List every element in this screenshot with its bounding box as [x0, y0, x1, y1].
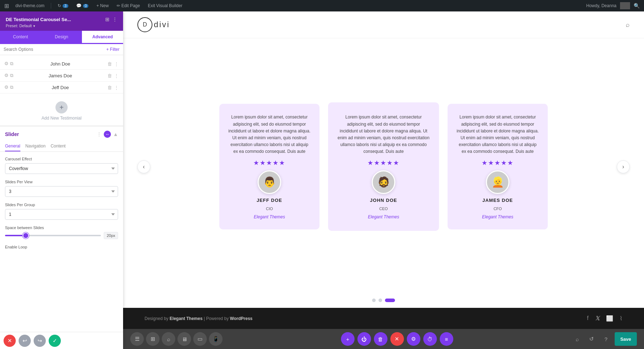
dot-1[interactable] [372, 299, 376, 302]
vb-help-button[interactable]: ? [600, 333, 612, 345]
preset-text: Preset: Default [6, 24, 32, 28]
vb-close-button[interactable]: ✕ [390, 332, 404, 346]
card-text-james: Lorem ipsum dolor sit amet, consectetur … [456, 114, 539, 155]
carousel-next-button[interactable]: › [617, 160, 630, 173]
slider-header-icons: ⋮ ↔ ▲ [97, 131, 118, 138]
edit-page-item[interactable]: ✏ Edit Page [115, 3, 141, 8]
slides-per-group-label: Slides Per Group [5, 203, 118, 207]
list-item[interactable]: ⚙ ⧉ John Doe 🗑 ⋮ [0, 58, 123, 70]
vb-layers-button[interactable]: ≡ [440, 332, 453, 346]
vb-settings-button[interactable]: ⚙ [407, 332, 420, 346]
search-input[interactable] [4, 47, 103, 52]
carousel-container: ‹ Lorem ipsum dolor sit amet, consectetu… [123, 38, 644, 295]
item-icons-1: ⚙ ⧉ [4, 61, 13, 67]
vb-trash-button[interactable]: 🗑 [374, 332, 387, 346]
slider-more-icon[interactable]: ⋮ [97, 131, 102, 137]
gear-icon-2[interactable]: ⚙ [4, 73, 9, 78]
dot-2[interactable] [379, 299, 382, 302]
exit-vb-item[interactable]: Exit Visual Builder [146, 3, 184, 8]
vb-menu-button[interactable]: ☰ [130, 332, 144, 346]
more-icon-1[interactable]: ⋮ [114, 61, 119, 67]
list-item[interactable]: ⚙ ⧉ James Doe 🗑 ⋮ [0, 70, 123, 82]
tab-design[interactable]: Design [41, 31, 82, 44]
updates-item[interactable]: ↻ 3 [56, 3, 70, 8]
slider-header[interactable]: Slider ⋮ ↔ ▲ [0, 126, 123, 141]
vb-search-button[interactable]: ⌕ [162, 332, 175, 346]
item-icons-2: ⚙ ⧉ [4, 73, 13, 78]
delete-icon-1[interactable]: 🗑 [107, 61, 112, 67]
copy-icon-2[interactable]: ⧉ [10, 73, 13, 78]
vb-mobile-button[interactable]: 📱 [209, 332, 223, 346]
slider-collapse-icon[interactable]: ▲ [113, 131, 118, 137]
list-item[interactable]: ⚙ ⧉ Jeff Doe 🗑 ⋮ [0, 82, 123, 93]
save-button[interactable]: Save [615, 332, 637, 346]
close-bottom-button[interactable]: ✕ [4, 335, 16, 347]
facebook-icon[interactable]: f [587, 315, 589, 322]
site-name[interactable]: divi-theme.com [14, 3, 46, 8]
carousel-effect-select[interactable]: Coverflow Slide Fade [5, 163, 118, 174]
copy-icon-3[interactable]: ⧉ [10, 84, 13, 90]
confirm-button[interactable]: ✓ [49, 335, 61, 347]
vb-add-button[interactable]: + [341, 332, 355, 346]
site-search-icon[interactable]: ⌕ [626, 21, 630, 29]
footer-et-link[interactable]: Elegant Themes [170, 316, 203, 321]
space-range-input[interactable] [5, 235, 101, 236]
add-new-button[interactable]: + Add New Testimonial [0, 96, 123, 126]
panel-scroll[interactable]: ⚙ ⧉ John Doe 🗑 ⋮ ⚙ ⧉ James Doe [0, 55, 123, 349]
more-icon-3[interactable]: ⋮ [114, 85, 119, 90]
vb-sync-button[interactable]: ↺ [586, 333, 597, 345]
slider-expand-icon[interactable]: ↔ [104, 131, 111, 138]
admin-bar: ⊞ divi-theme.com ↻ 3 💬 0 + New ✏ Edit Pa… [0, 0, 644, 11]
gear-icon-1[interactable]: ⚙ [4, 61, 9, 67]
footer-icons: f 𝕏 ⬜ ⌇ [587, 315, 623, 322]
instagram-icon[interactable]: ⬜ [606, 315, 613, 322]
new-item[interactable]: + New [95, 3, 110, 8]
panel-tabs: Content Design Advanced [0, 31, 123, 44]
vb-grid-button[interactable]: ⊞ [146, 332, 160, 346]
divi-logo: D divi [137, 17, 170, 32]
redo-button[interactable]: ↪ [34, 335, 46, 347]
wp-logo-icon[interactable]: ⊞ [4, 3, 9, 9]
tab-advanced[interactable]: Advanced [82, 31, 123, 44]
rss-icon[interactable]: ⌇ [620, 315, 623, 322]
site-footer: Designed by Elegant Themes | Powered by … [123, 308, 644, 329]
item-actions-2: 🗑 ⋮ [107, 73, 119, 78]
panel-search: + Filter [0, 44, 123, 55]
gear-icon-3[interactable]: ⚙ [4, 84, 9, 90]
card-stars-james: ★★★★★ [482, 159, 514, 167]
panel-more-icon[interactable]: ⋮ [112, 16, 117, 22]
preset-arrow[interactable]: ▾ [33, 24, 35, 28]
copy-icon-1[interactable]: ⧉ [10, 61, 13, 67]
undo-button[interactable]: ↩ [19, 335, 31, 347]
more-icon-2[interactable]: ⋮ [114, 73, 119, 78]
delete-icon-3[interactable]: 🗑 [107, 85, 112, 90]
filter-button[interactable]: + Filter [106, 47, 119, 52]
vb-power-button[interactable]: ⏻ [357, 332, 371, 346]
slides-per-group-select[interactable]: 1 2 3 [5, 209, 118, 220]
add-circle-icon: + [55, 101, 68, 113]
preset-row: Preset: Default ▾ [6, 24, 117, 28]
bar-divider-1 [51, 3, 51, 9]
sub-tab-content[interactable]: Content [50, 141, 65, 151]
vb-left-buttons: ☰ ⊞ ⌕ 🖥 ▭ 📱 [130, 332, 223, 346]
sub-tab-navigation[interactable]: Navigation [25, 141, 46, 151]
vb-desktop-button[interactable]: 🖥 [177, 332, 191, 346]
twitter-icon[interactable]: 𝕏 [595, 315, 600, 322]
panel-grid-icon[interactable]: ⊞ [105, 16, 109, 22]
divi-logo-text: divi [154, 20, 170, 29]
howdy-text: Howdy, Deanna [586, 3, 617, 8]
comments-item[interactable]: 💬 0 [75, 3, 90, 8]
vb-history-button[interactable]: ⏱ [423, 332, 437, 346]
sub-tab-general[interactable]: General [5, 141, 20, 151]
slides-per-view-select[interactable]: 3 1 2 4 5 [5, 186, 118, 197]
carousel-prev-button[interactable]: ‹ [137, 160, 150, 173]
search-icon-bar[interactable]: 🔍 [634, 3, 640, 9]
delete-icon-2[interactable]: 🗑 [107, 73, 112, 78]
vb-tablet-button[interactable]: ▭ [193, 332, 207, 346]
tab-content[interactable]: Content [0, 31, 41, 44]
slides-per-view-label: Slides Per View [5, 180, 118, 184]
footer-wp-link[interactable]: WordPress [230, 316, 253, 321]
card-stars-john: ★★★★★ [367, 159, 400, 167]
vb-zoom-button[interactable]: ⌕ [572, 333, 583, 345]
dot-3[interactable] [385, 299, 395, 302]
